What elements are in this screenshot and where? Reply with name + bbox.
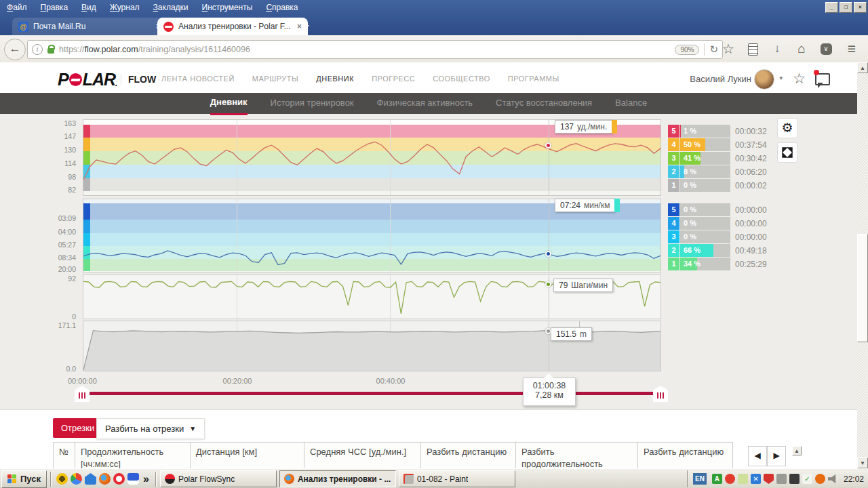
menu-Правка[interactable]: Правка	[41, 3, 68, 12]
laps-column-header[interactable]: Разбить продолжительность	[516, 443, 638, 469]
laps-column-header[interactable]: №	[54, 443, 75, 469]
save-icon[interactable]	[127, 473, 139, 485]
start-button[interactable]: Пуск	[1, 470, 47, 488]
new-tab-button[interactable]: +	[302, 19, 309, 33]
firefox-icon[interactable]	[99, 473, 111, 485]
chevron-down-icon[interactable]: ▾	[779, 75, 783, 81]
disc-icon[interactable]	[789, 474, 800, 484]
split-into-laps-dropdown[interactable]: Разбить на отрезки ▼	[96, 418, 205, 439]
lock-icon[interactable]	[47, 48, 54, 54]
zone-number: 4	[668, 217, 679, 230]
language-indicator[interactable]: EN	[693, 473, 707, 485]
laps-column-header[interactable]: Разбить дистанцию	[421, 443, 516, 469]
tooltip-value: 137	[560, 122, 574, 131]
start-label: Пуск	[20, 474, 41, 484]
cursor-dot-hr	[545, 142, 551, 148]
menu-button[interactable]: ≡	[842, 39, 861, 58]
pocket-button[interactable]: ∨	[816, 39, 835, 58]
shield-icon[interactable]	[764, 474, 774, 484]
zone-bar: 0 %	[680, 179, 730, 192]
downloads-button[interactable]: ↓	[768, 39, 787, 58]
volume-icon[interactable]	[828, 474, 838, 484]
laps-column-header[interactable]: Средняя ЧСС [уд./мин.]	[304, 443, 421, 469]
zone-number: 5	[668, 125, 679, 138]
quick-launch	[55, 473, 140, 485]
menu-Журнал[interactable]: Журнал	[110, 3, 140, 12]
close-button[interactable]: ✕	[854, 2, 867, 13]
restore-button[interactable]: ❐	[840, 2, 852, 13]
bookmarks-menu-button[interactable]	[743, 39, 762, 58]
pace-zone-row: 30 %	[668, 230, 730, 243]
scrollbar-thumb[interactable]	[857, 234, 868, 342]
notes-icon[interactable]: ✓	[802, 474, 812, 484]
taskbar-task-paint-icon[interactable]: 01-082 - Paint	[399, 470, 515, 487]
tab-close-icon[interactable]: ×	[297, 22, 302, 31]
tab-mail-ru[interactable]: @ Почта Mail.Ru ×	[12, 18, 167, 35]
polar-logo[interactable]: P LAR .	[58, 70, 117, 89]
zone-percent: 0 %	[684, 203, 696, 216]
menu-Инструменты[interactable]: Инструменты	[202, 3, 253, 12]
taskbar-task-flowsync-icon[interactable]: Polar FlowSync	[160, 470, 277, 487]
laps-button[interactable]: Отрезки	[53, 418, 102, 438]
hamburger-icon: ≡	[848, 41, 856, 56]
hr-zone-row: 450 %	[668, 138, 730, 151]
subnav-физическая активность[interactable]: Физическая активность	[377, 93, 473, 114]
page-scrollbar[interactable]: ▲ ▼	[857, 62, 868, 468]
opera-icon[interactable]	[113, 473, 125, 485]
scroll-down-icon[interactable]: ▼	[857, 458, 868, 468]
range-slider-left-handle[interactable]	[75, 386, 90, 402]
url-text[interactable]: https://flow.polar.com/training/analysis…	[59, 45, 670, 54]
minimize-button[interactable]: _	[825, 2, 838, 13]
subnav-balance[interactable]: Balance	[615, 93, 647, 114]
menu-Закладки[interactable]: Закладки	[153, 3, 189, 12]
subnav-статус восстановления[interactable]: Статус восстановления	[496, 93, 592, 114]
zone-percent: 41 %	[684, 152, 701, 165]
zone-bar-fill	[680, 125, 681, 138]
menu-Файл[interactable]: Файл	[7, 3, 27, 12]
scroll-up-icon[interactable]: ▲	[857, 62, 868, 73]
laps-prev-page-button[interactable]: ◀	[748, 446, 767, 466]
zone-percent: 8 %	[684, 165, 696, 178]
y-axis-label: 04:00	[0, 228, 76, 236]
user-name[interactable]: Василий Лукин	[690, 74, 751, 84]
taskbar-task-firefox-icon[interactable]: Анализ тренировки - ...	[279, 470, 396, 487]
fullscreen-button[interactable]	[777, 142, 797, 163]
laps-next-page-button[interactable]: ▶	[767, 446, 786, 466]
table-scroll-up-icon[interactable]: ▲	[792, 446, 802, 455]
mailru-agent-icon[interactable]	[85, 473, 96, 485]
laps-column-header[interactable]: Разбить дистанцию	[638, 443, 733, 469]
chart-settings-button[interactable]: ⚙	[777, 118, 797, 138]
subnav-история тренировок[interactable]: История тренировок	[271, 93, 354, 114]
back-button[interactable]: ←	[4, 39, 26, 60]
laps-column-header[interactable]: Продолжительность [чч:мм:сс]	[75, 443, 191, 469]
daemon-tools-icon[interactable]	[56, 473, 68, 485]
browser-titlebar: ФайлПравкаВидЖурналЗакладкиИнструментыСп…	[0, 0, 868, 35]
chrome-icon[interactable]	[71, 473, 82, 485]
info-icon[interactable]: i	[32, 44, 43, 55]
url-bar[interactable]: i https://flow.polar.com/training/analys…	[27, 40, 723, 59]
menu-Вид[interactable]: Вид	[81, 3, 96, 12]
reload-icon[interactable]: ↻	[709, 43, 718, 56]
menu-Справка[interactable]: Справка	[266, 3, 298, 12]
zone-time: 00:49:18	[735, 246, 767, 256]
range-slider-right-handle[interactable]	[653, 386, 668, 402]
zone-number: 2	[668, 165, 679, 178]
mailru-favicon-icon: @	[18, 22, 28, 32]
bookmark-star-button[interactable]: ☆	[719, 39, 738, 58]
taskbar-clock: 22:02	[844, 474, 864, 484]
leaf-icon[interactable]	[738, 474, 748, 484]
subnav-дневник[interactable]: Дневник	[210, 92, 248, 115]
windows-logo-icon	[7, 474, 17, 484]
agent-tray-icon[interactable]	[725, 474, 735, 484]
network-error-icon[interactable]: ✕	[751, 474, 761, 484]
quick-launch-overflow[interactable]: »	[143, 473, 149, 485]
avatar[interactable]	[754, 69, 774, 89]
zoom-level-badge[interactable]: 90%	[675, 45, 699, 55]
user-tray-icon[interactable]	[776, 474, 787, 484]
favorites-star-icon[interactable]: ☆	[793, 70, 806, 87]
home-button[interactable]: ⌂	[792, 39, 811, 58]
antivirus-icon[interactable]	[815, 474, 825, 484]
tab-polar-analysis[interactable]: Анализ тренировки - Polar F... ×	[157, 18, 308, 35]
laps-column-header[interactable]: Дистанция [км]	[191, 443, 304, 469]
aimp-icon[interactable]: A	[712, 474, 722, 484]
